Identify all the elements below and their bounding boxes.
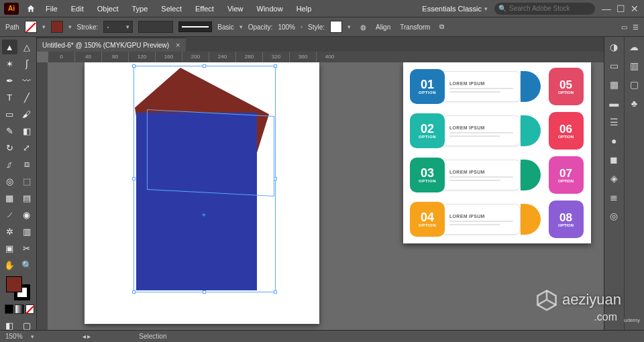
color-mode-row <box>2 304 34 314</box>
control-bar: Path ▾ ▾ Stroke: ◦▾ Basic▾ Opacity: 100%… <box>0 17 644 37</box>
solid-mode[interactable] <box>5 304 13 314</box>
canvas[interactable]: + 01OPTION LOREM IPSUM 02OPTION LOREM IP… <box>48 62 604 330</box>
direct-selection-tool[interactable]: △ <box>19 40 35 54</box>
stock-search[interactable]: 🔍 <box>494 3 595 15</box>
properties-panel-icon[interactable]: ▭ <box>608 60 620 72</box>
variable-width[interactable] <box>138 21 173 33</box>
menu-view[interactable]: View <box>227 5 244 13</box>
option-badge: 01OPTION <box>410 69 445 104</box>
blend-tool[interactable]: ◉ <box>19 207 35 222</box>
menu-object[interactable]: Object <box>97 5 119 13</box>
type-tool[interactable]: T <box>2 90 17 105</box>
eyedropper-tool[interactable]: ⟋ <box>2 207 17 222</box>
search-input[interactable] <box>509 5 591 12</box>
links-panel-icon[interactable]: ♣ <box>628 97 640 109</box>
shape-builder-tool[interactable]: ◎ <box>2 174 17 188</box>
option-body: LOREM IPSUM <box>439 71 521 102</box>
stroke-swatch[interactable] <box>51 21 63 33</box>
gradient-mode[interactable] <box>15 304 23 314</box>
chevron-right-icon[interactable]: › <box>301 23 303 30</box>
profile-label: Basic <box>217 23 233 31</box>
curvature-tool[interactable]: 〰 <box>19 73 35 88</box>
document-tab[interactable]: Untitled-6* @ 150% (CMYK/GPU Preview) × <box>37 38 186 52</box>
slice-tool[interactable]: ✂ <box>19 241 35 255</box>
transparency-panel-icon[interactable]: ◈ <box>608 172 620 184</box>
style-label: Style: <box>308 23 325 31</box>
close-icon[interactable]: ✕ <box>631 3 639 14</box>
fill-box[interactable] <box>6 276 22 292</box>
color-panel-icon[interactable]: ◑ <box>608 41 620 53</box>
ruler-vertical <box>37 62 48 330</box>
free-transform-tool[interactable]: ⧈ <box>19 157 35 172</box>
line-tool[interactable]: ╱ <box>19 90 35 105</box>
cube-icon <box>535 288 558 311</box>
toolbox: ▲△ ✶ʃ ✒〰 T╱ ▭🖌 ✎◧ ↻⤢ ⎎⧈ ◎⬚ ▦▤ ⟋◉ ✲▥ ▣✂ ✋… <box>0 37 37 330</box>
fill-swatch[interactable] <box>25 21 37 33</box>
rotate-tool[interactable]: ↻ <box>2 140 17 155</box>
workspace-selector[interactable]: Essentials Classic ▾ <box>422 5 488 13</box>
maximize-icon[interactable]: ☐ <box>616 3 625 14</box>
appearance-panel-icon[interactable]: ◎ <box>608 210 620 222</box>
doc-setup-icon[interactable]: ▭ <box>621 23 627 31</box>
close-tab-icon[interactable]: × <box>176 41 180 49</box>
swatches-panel-icon[interactable]: ▦ <box>608 78 620 91</box>
style-swatch[interactable] <box>330 21 342 33</box>
stroke-panel-icon[interactable]: ● <box>608 135 620 147</box>
list-item: 06OPTION <box>547 112 584 150</box>
stroke-label: Stroke: <box>77 23 99 31</box>
lasso-tool[interactable]: ʃ <box>19 56 35 71</box>
symbols-panel-icon[interactable]: ☰ <box>608 116 620 128</box>
workspace-name: Essentials Classic <box>422 5 482 13</box>
list-item: 04OPTION LOREM IPSUM <box>410 201 541 238</box>
eraser-tool[interactable]: ◧ <box>19 123 35 138</box>
magic-wand-tool[interactable]: ✶ <box>2 56 17 71</box>
list-item: 07OPTION <box>547 156 584 194</box>
selection-type: Path <box>5 23 19 31</box>
rectangle-tool[interactable]: ▭ <box>2 107 17 121</box>
align-label[interactable]: Align <box>376 23 390 31</box>
none-mode[interactable] <box>25 304 34 314</box>
menu-effect[interactable]: Effect <box>195 5 214 13</box>
menu-help[interactable]: Help <box>297 5 312 13</box>
layers-panel-icon[interactable]: ≣ <box>608 191 620 203</box>
perspective-tool[interactable]: ⬚ <box>19 174 35 188</box>
home-icon[interactable] <box>25 4 36 13</box>
recolor-icon[interactable]: ◍ <box>360 23 366 31</box>
chevron-down-icon: ▾ <box>484 5 488 12</box>
menu-window[interactable]: Window <box>257 5 283 13</box>
artboard-tool[interactable]: ▣ <box>2 241 17 255</box>
libraries-panel-icon[interactable]: ☁ <box>628 41 640 53</box>
gradient-panel-icon[interactable]: ◼ <box>608 154 620 166</box>
scale-tool[interactable]: ⤢ <box>19 140 35 155</box>
menu-bar: Ai File Edit Object Type Select Effect V… <box>0 0 644 17</box>
symbol-sprayer-tool[interactable]: ✲ <box>2 224 17 239</box>
opacity-value[interactable]: 100% <box>278 23 295 31</box>
hand-tool[interactable]: ✋ <box>2 258 17 272</box>
transform-label[interactable]: Transform <box>400 23 430 31</box>
shaper-tool[interactable]: ✎ <box>2 123 17 138</box>
ruler-horizontal: 04080120160200240280320360400 <box>48 52 604 62</box>
stroke-weight[interactable]: ◦▾ <box>103 21 133 33</box>
paintbrush-tool[interactable]: 🖌 <box>19 107 35 121</box>
artboards-panel-icon[interactable]: ▢ <box>628 78 640 91</box>
brush-definition[interactable] <box>178 21 212 32</box>
menu-type[interactable]: Type <box>132 5 148 13</box>
menu-select[interactable]: Select <box>161 5 182 13</box>
gradient-tool[interactable]: ▤ <box>19 190 35 205</box>
menu-file[interactable]: File <box>46 5 58 13</box>
fill-stroke-control[interactable] <box>6 276 30 300</box>
graph-tool[interactable]: ▥ <box>19 224 35 239</box>
prefs-icon[interactable]: ☰ <box>633 23 639 31</box>
selection-tool[interactable]: ▲ <box>2 40 17 54</box>
minimize-icon[interactable]: — <box>602 3 611 14</box>
isolate-icon[interactable]: ⧉ <box>439 23 444 31</box>
pen-tool[interactable]: ✒ <box>2 73 17 88</box>
asset-panel-icon[interactable]: ▥ <box>628 60 640 72</box>
mesh-tool[interactable]: ▦ <box>2 190 17 205</box>
zoom-tool[interactable]: 🔍 <box>19 258 35 272</box>
zoom-level[interactable]: 150% <box>5 333 23 340</box>
brushes-panel-icon[interactable]: ▬ <box>608 97 620 109</box>
menu-edit[interactable]: Edit <box>71 5 84 13</box>
width-tool[interactable]: ⎎ <box>2 157 17 172</box>
option-tail <box>521 71 541 102</box>
